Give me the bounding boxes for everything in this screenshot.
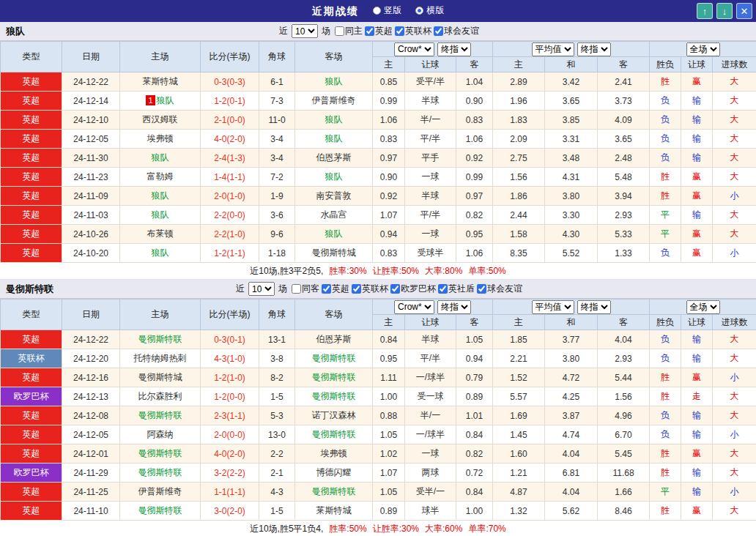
team-name: 狼队 bbox=[152, 152, 169, 163]
league-filter-checkbox[interactable]: 同客 bbox=[292, 283, 319, 295]
league-filter-checkbox[interactable]: 欧罗巴杯 bbox=[390, 283, 436, 295]
checkbox-input[interactable] bbox=[322, 284, 331, 294]
home-odds-cell: 0.92 bbox=[373, 187, 405, 206]
home-team-cell: 1狼队 bbox=[120, 92, 201, 111]
checkbox-input[interactable] bbox=[438, 284, 448, 294]
scroll-down-button[interactable]: ↓ bbox=[716, 3, 733, 19]
final-odds-select[interactable]: 终指 bbox=[577, 42, 611, 56]
checkbox-input[interactable] bbox=[292, 284, 301, 294]
summary-part: 让胜率:30% bbox=[373, 523, 419, 535]
checkbox-input[interactable] bbox=[477, 284, 486, 294]
avg-draw-cell: 4.74 bbox=[545, 425, 598, 444]
handicap-cell: 一/球半 bbox=[405, 425, 456, 444]
team-name: 狼队 bbox=[152, 247, 169, 258]
match-count-select[interactable]: 10 bbox=[292, 24, 318, 38]
handicap-cell: 平/半 bbox=[405, 206, 456, 225]
league-type-cell: 英超 bbox=[1, 406, 62, 425]
odds-provider-select[interactable]: Crow* bbox=[394, 300, 434, 314]
final-odds-select[interactable]: 终指 bbox=[437, 42, 471, 56]
checkbox-input[interactable] bbox=[395, 26, 404, 36]
result-outcome-cell: 胜 bbox=[650, 464, 681, 483]
match-row: 英超24-12-08曼彻斯特联2-3(1-1)5-3诺丁汉森林0.88半/一1.… bbox=[1, 406, 756, 425]
result-goals-cell: 大 bbox=[713, 111, 756, 130]
header-column-label: 客场 bbox=[295, 299, 373, 330]
final-odds-select[interactable]: 终指 bbox=[577, 300, 611, 314]
average-odds-select[interactable]: 平均值 bbox=[532, 300, 574, 314]
league-filter-checkbox[interactable]: 球会友谊 bbox=[477, 283, 522, 295]
away-odds-cell: 0.72 bbox=[456, 464, 493, 483]
team-name: 水晶宫 bbox=[321, 209, 347, 220]
result-goals-cell: 大 bbox=[713, 149, 756, 168]
final-odds-select[interactable]: 终指 bbox=[437, 300, 471, 314]
league-filter-checkbox[interactable]: 英联杯 bbox=[395, 25, 431, 37]
corners-cell: 2-1 bbox=[259, 464, 295, 483]
team-title: 曼彻斯特联 bbox=[6, 283, 53, 296]
team-name: 阿森纳 bbox=[147, 429, 174, 439]
handicap-cell: 半/一 bbox=[405, 406, 456, 425]
league-filter-checkbox[interactable]: 同主 bbox=[335, 25, 363, 37]
layout-radio-horizontal[interactable]: 横版 bbox=[415, 4, 444, 17]
checkbox-input[interactable] bbox=[335, 26, 344, 36]
checkbox-input[interactable] bbox=[390, 284, 400, 294]
avg-away-cell: 2.48 bbox=[598, 149, 650, 168]
handicap-cell: 一球 bbox=[405, 168, 456, 187]
team-section: 狼队近10场同主英超英联杯球会友谊类型日期主场比分(半场)角球客场Crow*终指… bbox=[0, 22, 756, 280]
league-filter-checkbox[interactable]: 球会友谊 bbox=[434, 25, 479, 37]
checkbox-input[interactable] bbox=[365, 26, 374, 36]
league-filter-checkbox[interactable]: 英社盾 bbox=[438, 283, 475, 295]
checkbox-label: 球会友谊 bbox=[444, 25, 479, 37]
matches-table: 类型日期主场比分(半场)角球客场Crow*终指平均值终指全场主让球客主和客胜负让… bbox=[0, 41, 756, 263]
checkbox-input[interactable] bbox=[352, 284, 361, 294]
away-team-cell: 水晶宫 bbox=[295, 206, 373, 225]
header-column-label: 角球 bbox=[259, 299, 295, 330]
avg-draw-cell: 6.81 bbox=[545, 464, 598, 483]
league-filter-checkbox[interactable]: 英联杯 bbox=[352, 283, 388, 295]
handicap-cell: 受半/一 bbox=[405, 483, 456, 502]
score-cell: 1-4(1-1) bbox=[201, 168, 259, 187]
result-outcome-cell: 胜 bbox=[650, 368, 681, 387]
home-team-cell: 比尔森胜利 bbox=[120, 387, 201, 406]
avg-away-cell: 5.48 bbox=[598, 168, 650, 187]
away-odds-cell: 0.84 bbox=[456, 425, 493, 444]
handicap-cell: 半球 bbox=[405, 330, 456, 349]
result-goals-cell: 大 bbox=[713, 349, 756, 368]
match-count-select[interactable]: 10 bbox=[248, 282, 275, 296]
team-name: 狼队 bbox=[325, 76, 343, 86]
layout-radio-vertical[interactable]: 竖版 bbox=[373, 4, 401, 17]
team-name: 曼彻斯特联 bbox=[312, 353, 356, 363]
away-odds-cell: 0.89 bbox=[456, 387, 493, 406]
date-cell: 24-12-22 bbox=[62, 330, 120, 349]
header-column-label: 类型 bbox=[1, 42, 62, 72]
header-subcolumn-label: 主 bbox=[493, 315, 545, 330]
league-type-cell: 英超 bbox=[1, 444, 62, 464]
away-team-cell: 狼队 bbox=[295, 111, 373, 130]
checkbox-input[interactable] bbox=[434, 26, 443, 36]
odds-provider-select[interactable]: Crow* bbox=[394, 42, 434, 56]
scroll-up-button[interactable]: ↑ bbox=[697, 3, 713, 19]
away-odds-cell: 0.95 bbox=[456, 225, 493, 244]
league-filter-checkbox[interactable]: 英超 bbox=[365, 25, 393, 37]
league-type-cell: 英超 bbox=[1, 425, 62, 444]
header-subcolumn-label: 让球 bbox=[405, 315, 456, 330]
match-row: 英超24-12-141狼队1-2(0-1)7-3伊普斯维奇0.99半球0.901… bbox=[1, 92, 756, 111]
match-row: 英超24-12-16曼彻斯特城1-2(1-0)8-2曼彻斯特联1.11一/球半0… bbox=[1, 368, 756, 387]
average-odds-select[interactable]: 平均值 bbox=[532, 42, 574, 56]
close-button[interactable]: ✕ bbox=[736, 3, 752, 19]
team-name: 曼彻斯特城 bbox=[312, 247, 356, 258]
fulltime-select[interactable]: 全场 bbox=[686, 300, 720, 314]
header-subcolumn-label: 主 bbox=[373, 315, 405, 330]
avg-draw-cell: 3.80 bbox=[545, 349, 598, 368]
close-icon: ✕ bbox=[741, 6, 749, 17]
fulltime-select[interactable]: 全场 bbox=[686, 42, 720, 56]
score-cell: 2-3(1-1) bbox=[201, 406, 259, 425]
up-arrow-icon: ↑ bbox=[703, 6, 708, 17]
away-team-cell: 曼彻斯特联 bbox=[295, 368, 373, 387]
result-handicap-cell: 输 bbox=[681, 92, 713, 111]
corners-cell: 7-2 bbox=[259, 168, 295, 187]
date-cell: 24-11-25 bbox=[62, 483, 120, 502]
league-filter-checkbox[interactable]: 英超 bbox=[322, 283, 349, 295]
home-team-cell: 曼彻斯特联 bbox=[120, 502, 201, 521]
header-select-group: 全场 bbox=[650, 42, 756, 57]
league-type-cell: 英超 bbox=[1, 149, 62, 168]
away-odds-cell: 0.83 bbox=[456, 111, 493, 130]
